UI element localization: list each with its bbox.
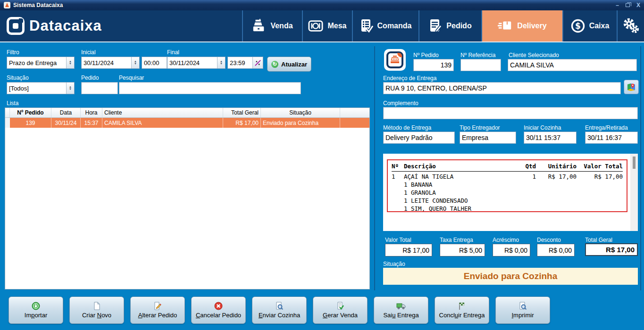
inicial-label: Inicial (81, 49, 96, 56)
scrollbar-thumb[interactable] (633, 157, 636, 169)
tab-label: Caixa (589, 22, 610, 30)
tipo-entregador-label: Tipo Entregador (460, 124, 500, 131)
total-geral-input[interactable] (585, 243, 638, 256)
cancelar-pedido-button[interactable]: Cancelar Pedido (191, 297, 246, 324)
refresh-icon: ↻ (271, 61, 278, 68)
main-nav: Venda Mesa Comanda (242, 10, 644, 41)
filtro-select[interactable]: Prazo de Entrega ▲▼ (7, 57, 75, 69)
final-label: Final (167, 49, 179, 56)
numero-pedido-input[interactable] (413, 59, 454, 71)
pesquisar-input[interactable] (119, 82, 301, 94)
endereco-input[interactable] (383, 82, 621, 94)
orders-list[interactable]: Nº Pedido Data Hora Cliente Total Geral … (5, 107, 370, 289)
alterar-pedido-button[interactable]: Alterar Pedido (130, 297, 185, 324)
order-items-box: Nº Descrição Qtd Unitário Valor Total 1 … (387, 159, 627, 212)
iniciar-cozinha-input[interactable] (524, 132, 577, 144)
valor-total-input[interactable] (385, 244, 432, 256)
header: Datacaixa Venda Mesa (0, 10, 644, 41)
imprimir-button[interactable]: Imprimir (495, 297, 550, 324)
acrescimo-label: Acréscimo (493, 237, 519, 243)
criar-novo-label: Criar Novo (82, 312, 111, 319)
order-items-area: Nº Descrição Qtd Unitário Valor Total 1 … (383, 154, 638, 231)
lista-label: Lista (7, 100, 18, 107)
metodo-input[interactable] (383, 132, 455, 144)
settings-button[interactable] (617, 10, 644, 41)
desconto-input[interactable] (537, 244, 575, 256)
tab-label: Delivery (517, 22, 546, 30)
enviar-cozinha-button[interactable]: Enviar Cozinha (252, 297, 307, 324)
orders-header-row: Nº Pedido Data Hora Cliente Total Geral … (5, 108, 369, 118)
window-controls: – X (616, 2, 640, 8)
desconto-label: Desconto (537, 237, 561, 243)
brand-logo: Datacaixa (0, 10, 102, 41)
close-button[interactable]: X (636, 2, 640, 8)
taxa-entrega-label: Taxa Entrega (440, 237, 473, 243)
entrega-retirada-input[interactable] (585, 132, 638, 144)
delivery-truck-icon (396, 302, 406, 310)
col-total[interactable]: Total Geral (223, 108, 261, 117)
restore-button[interactable] (626, 2, 630, 8)
final-time-picker[interactable]: 23:59 (227, 57, 263, 69)
pedido-input[interactable] (81, 82, 118, 94)
row-hora: 15:37 (81, 118, 102, 128)
open-maps-button[interactable] (624, 80, 639, 94)
tab-delivery[interactable]: Delivery (481, 10, 562, 41)
svg-text:$: $ (575, 21, 581, 31)
col-situacao[interactable]: Situação (261, 108, 340, 117)
complemento-input[interactable] (383, 107, 638, 119)
col-numero[interactable]: Nº Pedido (10, 108, 51, 117)
spinner-icon[interactable]: ▲▼ (217, 57, 225, 68)
col-data[interactable]: Data (51, 108, 81, 117)
importar-label: Importar (25, 312, 47, 319)
situacao-select[interactable]: [Todos] ▲▼ (7, 82, 75, 94)
table-row[interactable]: 139 30/11/24 15:37 CAMILA SILVA R$ 17,00… (5, 118, 369, 128)
order-list-icon (360, 19, 373, 33)
tab-mesa[interactable]: Mesa (302, 10, 352, 41)
alterar-pedido-label: Alterar Pedido (138, 312, 177, 319)
indicator-column (5, 108, 10, 117)
referencia-label: Nº Referência (460, 52, 495, 58)
spinner-icon[interactable]: ▲▼ (131, 57, 139, 68)
col-cliente[interactable]: Cliente (102, 108, 223, 117)
row-cliente: CAMILA SILVA (102, 118, 223, 128)
spinner-icon[interactable]: ▲▼ (66, 82, 74, 94)
concluir-entrega-button[interactable]: Concluir Entrega (435, 297, 489, 324)
minimize-button[interactable]: – (616, 2, 619, 8)
cliente-input[interactable] (508, 59, 637, 71)
inicial-date-picker[interactable]: 30/11/2024 ▲▼ (81, 57, 140, 69)
referencia-input[interactable] (460, 59, 501, 71)
status-badge: Enviado para Cozinha (383, 268, 638, 285)
final-time-value: 23:59 (228, 59, 252, 66)
tab-pedido[interactable]: Pedido (418, 10, 481, 41)
tab-venda[interactable]: Venda (242, 10, 302, 41)
cash-register-icon (252, 19, 266, 33)
tab-label: Mesa (327, 22, 346, 30)
atualizar-button[interactable]: ↻ Atualizar (267, 57, 311, 72)
saiu-entrega-button[interactable]: Saiu Entrega (374, 297, 428, 324)
numero-pedido-label: Nº Pedido (413, 52, 439, 58)
subitem: 1 LEITE CONDENSADO (404, 197, 521, 205)
taxa-entrega-input[interactable] (440, 244, 485, 256)
metodo-label: Método de Entrega (383, 124, 431, 131)
gerar-venda-button[interactable]: Gerar Venda (313, 297, 368, 324)
tab-comanda[interactable]: Comanda (352, 10, 418, 41)
row-total: R$ 17,00 (223, 118, 261, 128)
total-geral-label: Total Geral (585, 237, 612, 243)
table-plate-icon (308, 19, 323, 33)
final-date-picker[interactable]: 30/11/2024 ▲▼ (167, 57, 226, 69)
spinner-icon[interactable]: ▲▼ (66, 57, 74, 68)
acrescimo-input[interactable] (493, 244, 530, 256)
item-total: R$ 17,00 (577, 173, 623, 181)
col-hora[interactable]: Hora (81, 108, 102, 117)
time-spin-icon[interactable] (252, 57, 263, 68)
importar-button[interactable]: Importar (8, 297, 63, 324)
tab-label: Pedido (446, 22, 471, 30)
cancel-icon (214, 302, 223, 310)
datacaixa-logo-icon (7, 17, 25, 35)
items-scrollbar[interactable] (630, 154, 638, 231)
inicial-date-value: 30/11/2024 (82, 59, 131, 66)
filtro-label: Filtro (7, 49, 19, 56)
tab-caixa[interactable]: $ Caixa (562, 10, 617, 41)
criar-novo-button[interactable]: Criar Novo (69, 297, 124, 324)
tipo-entregador-input[interactable] (460, 132, 516, 144)
